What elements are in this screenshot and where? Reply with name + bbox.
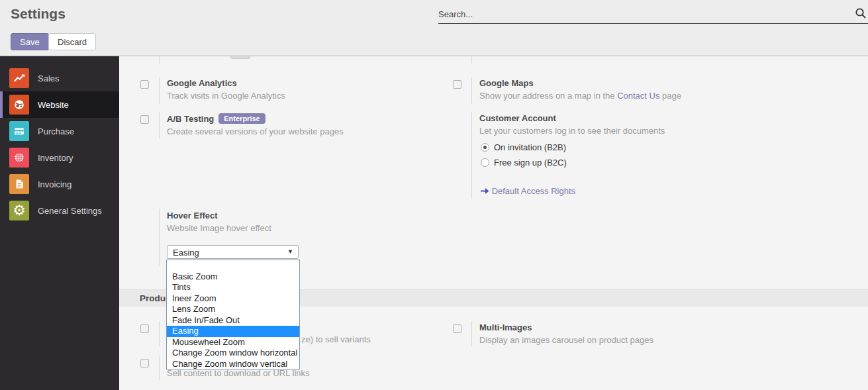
google-maps-desc-text: Show your address on a map in the [479, 91, 617, 101]
sidebar-item-label: Sales [38, 73, 60, 83]
sidebar-item-label: Website [38, 100, 69, 110]
gear-icon: ⚙ [9, 201, 29, 220]
globe-icon [9, 95, 29, 115]
multi-images-desc: Display an images carousel on product pa… [479, 335, 653, 345]
free-signup-radio[interactable] [481, 158, 489, 167]
google-maps-checkbox[interactable] [453, 80, 461, 89]
sidebar-item-sales[interactable]: Sales [0, 65, 119, 91]
divider [471, 321, 472, 346]
sidebar-item-purchase[interactable]: Purchase [0, 118, 119, 144]
google-maps-desc-text: page [659, 91, 681, 101]
ab-testing-label: A/B TestingEnterprise [167, 113, 265, 124]
search-bar [438, 4, 868, 24]
default-access-rights-label: Default Access Rights [492, 186, 575, 196]
multi-images-label: Multi-Images [479, 322, 532, 332]
dropdown-option[interactable]: Basic Zoom [167, 271, 299, 283]
google-analytics-checkbox[interactable] [140, 80, 149, 89]
search-input[interactable] [438, 5, 845, 23]
cutoff-element-remnant [230, 56, 250, 59]
search-icon[interactable] [855, 7, 867, 22]
ab-testing-desc: Create several versions of your website … [167, 126, 344, 136]
divider [159, 112, 160, 139]
ab-testing-label-text: A/B Testing [167, 114, 214, 124]
divider [159, 321, 160, 346]
app-sidebar: Sales Website Purchase [0, 56, 119, 390]
ab-testing-checkbox[interactable] [140, 115, 149, 124]
digital-content-checkbox[interactable] [140, 359, 149, 367]
divider [471, 77, 472, 104]
google-maps-label: Google Maps [479, 78, 534, 88]
credit-card-icon [9, 121, 29, 141]
hover-effect-dropdown: Basic Zoom Tints Ineer Zoom Lens Zoom Fa… [166, 260, 300, 369]
save-button[interactable]: Save [11, 33, 49, 50]
free-signup-label: Free sign up (B2C) [494, 158, 567, 168]
hover-effect-desc: Website Image hover effect [167, 223, 271, 233]
discard-button[interactable]: Discard [48, 33, 96, 50]
divider-remnant [471, 56, 472, 64]
sidebar-item-general-settings[interactable]: ⚙ General Settings [0, 197, 119, 224]
sidebar-item-invoicing[interactable]: Invoicing [0, 171, 119, 197]
contact-us-link[interactable]: Contact Us [617, 91, 659, 101]
sidebar-item-inventory[interactable]: Inventory [0, 144, 119, 171]
default-access-rights-link[interactable]: Default Access Rights [481, 186, 575, 196]
on-invitation-label: On invitation (B2B) [494, 142, 566, 152]
hover-effect-select-value: Easing [173, 248, 199, 258]
dropdown-option[interactable]: Tints [167, 282, 299, 293]
top-header: Settings Save Discard [0, 0, 868, 56]
google-analytics-desc: Track visits in Google Analytics [167, 91, 285, 101]
variants-checkbox[interactable] [140, 324, 149, 333]
dropdown-option[interactable]: Mousewheel Zoom [167, 337, 299, 348]
customer-account-desc: Let your customers log in to see their d… [479, 126, 665, 136]
google-analytics-label: Google Analytics [167, 78, 237, 88]
digital-content-desc: Sell content to download or URL links [167, 368, 310, 378]
multi-images-checkbox[interactable] [453, 324, 461, 333]
sidebar-item-label: Purchase [38, 126, 74, 136]
dropdown-option[interactable]: Ineer Zoom [167, 293, 299, 305]
variants-desc-fragment: ze) to sell variants [301, 334, 371, 344]
chevron-down-icon: ▼ [287, 248, 293, 255]
divider [471, 112, 472, 199]
sales-chart-icon [9, 68, 29, 88]
dropdown-option[interactable]: Change Zoom window vertical [167, 359, 299, 370]
sidebar-item-label: General Settings [38, 206, 102, 216]
divider-remnant [159, 56, 160, 64]
settings-panel: Google Analytics Track visits in Google … [119, 56, 868, 390]
warehouse-icon [9, 148, 29, 168]
on-invitation-radio[interactable] [481, 143, 489, 152]
dropdown-option[interactable]: Lens Zoom [167, 304, 299, 315]
dropdown-option[interactable]: Change Zoom window horizontal [167, 348, 299, 359]
page-title: Settings [11, 6, 66, 22]
sidebar-item-label: Inventory [38, 153, 73, 163]
sidebar-item-label: Invoicing [38, 179, 72, 189]
dropdown-option-empty[interactable] [167, 260, 299, 271]
hover-effect-label: Hover Effect [167, 211, 218, 220]
sidebar-item-website[interactable]: Website [0, 91, 119, 118]
customer-account-label: Customer Account [479, 113, 556, 123]
dropdown-option[interactable]: Fade In/Fade Out [167, 315, 299, 326]
dropdown-option-selected[interactable]: Easing [167, 326, 299, 337]
divider [159, 209, 160, 266]
hover-effect-select[interactable]: Easing ▼ [167, 245, 299, 259]
divider [159, 356, 160, 380]
right-arrow-icon [481, 187, 489, 195]
invoice-icon [9, 174, 29, 194]
divider [159, 77, 160, 104]
enterprise-badge: Enterprise [218, 113, 265, 124]
google-maps-desc: Show your address on a map in the Contac… [479, 91, 681, 101]
